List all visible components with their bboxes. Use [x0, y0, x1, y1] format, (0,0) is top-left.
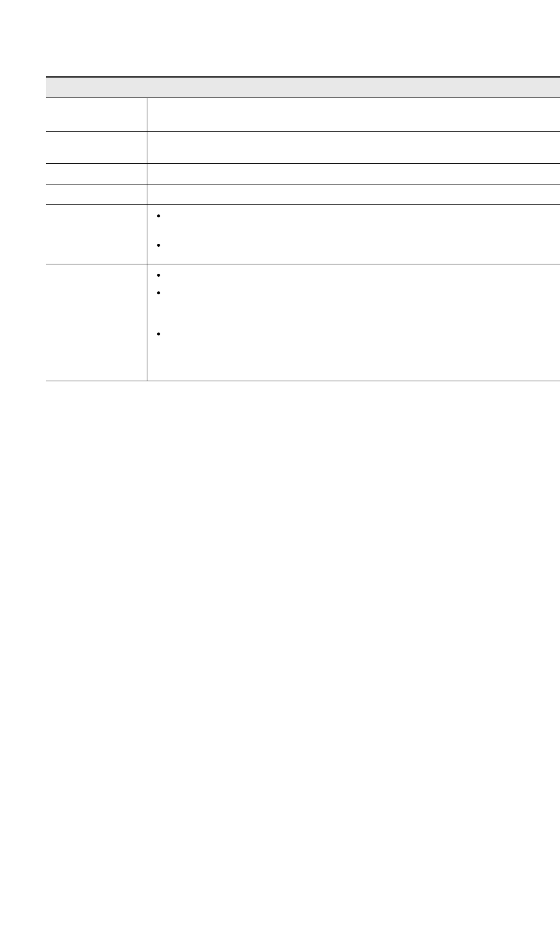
row-label [46, 132, 147, 163]
table-row [46, 98, 560, 132]
data-table [46, 76, 560, 381]
row-value [147, 164, 560, 184]
table-row [46, 132, 560, 164]
row-value [147, 98, 560, 131]
table-row [46, 264, 560, 381]
table-row [46, 164, 560, 184]
bullet-item [157, 270, 560, 282]
row-label [46, 184, 147, 204]
bullet-item [157, 329, 560, 341]
bullet-item [157, 240, 560, 252]
bullet-list [152, 270, 560, 341]
row-label [46, 205, 147, 264]
bullet-item [157, 288, 560, 300]
row-value [147, 132, 560, 163]
row-label [46, 98, 147, 131]
bullet-item [157, 211, 560, 223]
table-row [46, 205, 560, 264]
row-label [46, 164, 147, 184]
bullet-list [152, 211, 560, 252]
table-header [46, 76, 560, 98]
row-value [147, 264, 560, 381]
row-value [147, 184, 560, 204]
table-row [46, 184, 560, 205]
row-label [46, 264, 147, 381]
row-value [147, 205, 560, 264]
